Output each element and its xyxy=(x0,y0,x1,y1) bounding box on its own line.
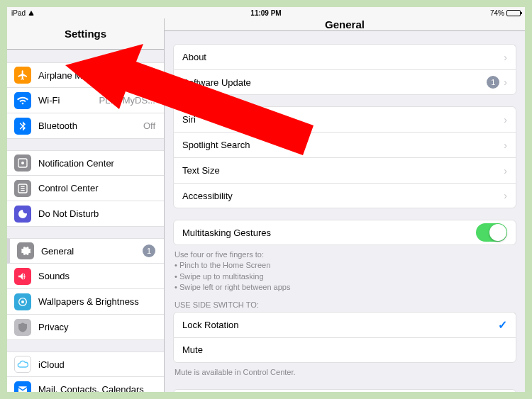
sidebar-item-label: Sounds xyxy=(38,271,70,281)
privacy-icon xyxy=(14,319,31,336)
row-text-size[interactable]: Text Size› xyxy=(173,157,516,183)
chevron-right-icon: › xyxy=(504,190,507,201)
section-header: USE SIDE SWITCH TO: xyxy=(165,293,525,312)
sidebar-item-label: Do Not Disturb xyxy=(38,208,99,219)
sidebar-item-label: Bluetooth xyxy=(38,120,77,131)
sidebar-item-wallpapers-brightness[interactable]: Wallpapers & Brightness xyxy=(7,289,164,315)
sidebar-item-control-center[interactable]: Control Center xyxy=(7,176,164,201)
airplane-icon xyxy=(14,67,31,84)
sidebar-item-label: Control Center xyxy=(38,183,99,193)
sidebar-title: Settings xyxy=(7,18,164,50)
sidebar-item-label: Airplane Mode xyxy=(38,70,98,81)
wallpaper-icon xyxy=(14,293,31,310)
row-label: Lock Rotation xyxy=(182,320,239,330)
sidebar-item-airplane-mode[interactable]: Airplane Mode xyxy=(7,62,164,88)
row-label: Software Update xyxy=(182,77,251,88)
battery-icon xyxy=(506,10,521,16)
sidebar-item-label: iCloud xyxy=(38,359,65,370)
chevron-right-icon: › xyxy=(504,52,507,63)
sidebar-item-label: Wi-Fi xyxy=(38,95,60,106)
sound-icon xyxy=(14,268,31,285)
settings-app-screen: iPad 11:09 PM 74% Settings Airplane Mode… xyxy=(7,7,525,392)
row-spotlight-search[interactable]: Spotlight Search› xyxy=(173,132,516,157)
chevron-right-icon: › xyxy=(504,140,507,151)
sidebar-item-notification-center[interactable]: Notification Center xyxy=(7,150,164,176)
sidebar-item-label: Notification Center xyxy=(38,158,114,169)
sidebar-item-do-not-disturb[interactable]: Do Not Disturb xyxy=(7,201,164,227)
badge: 1 xyxy=(143,245,155,257)
sidebar-item-mail-contacts-calendars[interactable]: Mail, Contacts, Calendars xyxy=(7,377,164,392)
row-accessibility[interactable]: Accessibility› xyxy=(173,183,516,208)
svg-rect-5 xyxy=(18,386,27,392)
svg-point-4 xyxy=(21,300,24,303)
badge: 1 xyxy=(487,76,499,89)
wifi-icon xyxy=(14,92,31,109)
row-usage[interactable]: Usage› xyxy=(173,389,516,392)
chevron-right-icon: › xyxy=(504,114,507,125)
main-title: General xyxy=(165,18,525,31)
chevron-right-icon: › xyxy=(504,77,507,88)
sidebar-item-bluetooth[interactable]: BluetoothOff xyxy=(7,113,164,139)
status-time: 11:09 PM xyxy=(250,9,281,17)
wifi-icon xyxy=(28,11,34,16)
chevron-right-icon: › xyxy=(504,165,507,176)
row-label: Accessibility xyxy=(182,191,233,201)
row-label: Mute xyxy=(182,344,203,355)
row-software-update[interactable]: Software Update1› xyxy=(173,69,516,95)
sidebar-item-label: Mail, Contacts, Calendars xyxy=(38,384,144,392)
moon-icon xyxy=(14,206,31,223)
row-label: Siri xyxy=(182,114,196,125)
sidebar-item-icloud[interactable]: iCloud xyxy=(7,352,164,377)
toggle-switch[interactable] xyxy=(476,223,507,242)
notification-icon xyxy=(14,154,31,172)
device-label: iPad xyxy=(11,9,26,17)
sidebar-item-wi-fi[interactable]: Wi-FiPLDTMyDS... xyxy=(7,88,164,113)
row-multitasking-gestures[interactable]: Multitasking Gestures xyxy=(173,220,516,245)
gear-icon xyxy=(17,242,34,259)
svg-point-1 xyxy=(21,162,24,164)
sidebar-item-label: Wallpapers & Brightness xyxy=(38,296,139,307)
row-label: Multitasking Gestures xyxy=(182,227,271,238)
row-lock-rotation[interactable]: Lock Rotation✓ xyxy=(173,312,516,337)
battery-percent: 74% xyxy=(490,9,504,17)
sidebar-item-sounds[interactable]: Sounds xyxy=(7,264,164,289)
toggle-switch[interactable] xyxy=(124,66,155,84)
sidebar-item-detail: PLDTMyDS... xyxy=(99,95,155,106)
cloud-icon xyxy=(14,356,31,373)
row-label: About xyxy=(182,52,206,62)
general-pane: General About›Software Update1›Siri›Spot… xyxy=(165,18,525,392)
sidebar-item-privacy[interactable]: Privacy xyxy=(7,315,164,340)
sidebar-item-label: General xyxy=(41,246,74,257)
control-icon xyxy=(14,180,31,197)
row-about[interactable]: About› xyxy=(173,44,516,69)
checkmark-icon: ✓ xyxy=(498,318,507,332)
row-label: Text Size xyxy=(182,165,220,176)
sidebar-item-label: Privacy xyxy=(38,322,69,332)
settings-sidebar: Settings Airplane ModeWi-FiPLDTMyDS...Bl… xyxy=(7,18,165,392)
row-siri[interactable]: Siri› xyxy=(173,106,516,132)
section-footer: Mute is available in Control Center. xyxy=(165,363,525,378)
section-footer: Use four or five fingers to:• Pinch to t… xyxy=(165,245,525,293)
row-label: Spotlight Search xyxy=(182,140,250,150)
bluetooth-icon xyxy=(14,118,31,135)
mail-icon xyxy=(14,381,31,393)
sidebar-item-general[interactable]: General1 xyxy=(7,238,164,264)
row-mute[interactable]: Mute xyxy=(173,337,516,363)
status-bar: iPad 11:09 PM 74% xyxy=(7,7,525,18)
sidebar-item-detail: Off xyxy=(143,120,155,131)
